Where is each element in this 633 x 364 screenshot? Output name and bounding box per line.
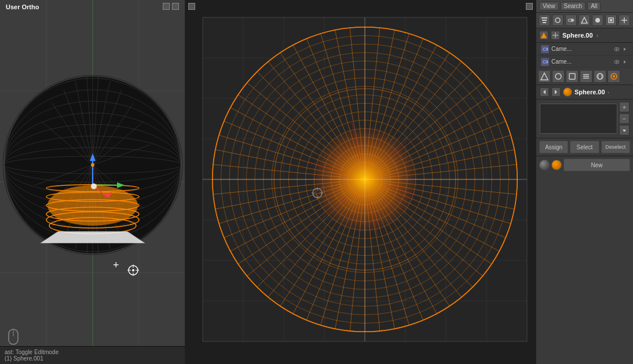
icon-toggle2[interactable] xyxy=(565,14,577,26)
prop-icon-output[interactable] xyxy=(566,70,579,83)
uv-editor[interactable] xyxy=(185,0,536,364)
mat-add-btn[interactable]: + xyxy=(619,102,630,112)
svg-line-18 xyxy=(75,81,110,249)
svg-point-12 xyxy=(4,113,181,217)
svg-point-6 xyxy=(3,75,182,255)
sphere-info: (1) Sphere.001 xyxy=(5,355,180,362)
icon-filter[interactable] xyxy=(539,14,550,26)
prop-icon-view-layer[interactable] xyxy=(580,70,592,83)
icon-toggle4[interactable] xyxy=(592,14,603,26)
prop-icon-material[interactable] xyxy=(608,70,620,83)
select-button[interactable]: Select xyxy=(570,141,599,153)
viewport-label: User Ortho xyxy=(6,3,39,10)
mat-down-btn[interactable] xyxy=(619,125,630,135)
deselect-button[interactable]: Deselect xyxy=(601,141,630,153)
right-icon-toolbar xyxy=(536,13,633,28)
eye-icon-2[interactable] xyxy=(613,58,620,65)
uv-corner-tl[interactable] xyxy=(188,3,195,10)
material-slot-area: + − xyxy=(536,100,633,138)
all-button[interactable]: All xyxy=(587,2,601,10)
svg-rect-59 xyxy=(542,20,547,21)
svg-line-40 xyxy=(93,185,107,197)
svg-rect-58 xyxy=(541,17,547,19)
svg-point-46 xyxy=(132,269,134,271)
icon-toggle3[interactable] xyxy=(579,14,590,26)
status-bar: ast: Toggle Editmode (1) Sphere.001 xyxy=(0,346,185,364)
svg-point-61 xyxy=(555,18,560,23)
outliner-label: Came... xyxy=(551,46,611,52)
new-material-button[interactable]: New xyxy=(564,159,630,171)
arrow-icon-2[interactable] xyxy=(621,58,628,65)
camera-icon-2 xyxy=(541,58,549,66)
outliner-label-2: Came... xyxy=(551,58,611,65)
svg-point-76 xyxy=(616,48,618,50)
left-viewport[interactable]: User Ortho + ast: Toggle Editmode (1) Sp… xyxy=(0,0,185,364)
svg-point-13 xyxy=(4,101,181,229)
svg-line-25 xyxy=(64,90,122,240)
svg-point-10 xyxy=(4,136,181,194)
svg-point-9 xyxy=(4,148,181,182)
svg-point-29 xyxy=(46,200,139,211)
svg-line-26 xyxy=(52,103,133,227)
assign-select-row: Assign Select Deselect xyxy=(536,138,633,156)
svg-marker-70 xyxy=(541,32,547,38)
new-material-row: New xyxy=(536,156,633,174)
svg-marker-64 xyxy=(581,17,587,23)
svg-point-81 xyxy=(616,61,618,62)
svg-line-20 xyxy=(52,103,133,227)
arrow-icon[interactable] xyxy=(621,46,628,53)
mat-next[interactable] xyxy=(551,87,561,97)
material-slot-row: + − xyxy=(540,102,630,135)
svg-marker-93 xyxy=(543,90,546,94)
prop-icon-world[interactable] xyxy=(594,70,606,83)
uv-crosshair xyxy=(312,187,323,200)
svg-point-92 xyxy=(613,75,615,78)
eye-icon[interactable] xyxy=(613,46,620,53)
svg-marker-39 xyxy=(117,182,125,188)
right-panel: View Search All xyxy=(536,0,633,364)
view-button[interactable]: View xyxy=(539,2,559,10)
row-icons-2 xyxy=(613,58,628,65)
mat-ball xyxy=(563,87,572,97)
assign-button[interactable]: Assign xyxy=(539,141,568,153)
svg-line-24 xyxy=(75,81,110,249)
row-icons xyxy=(613,46,628,53)
outliner-row[interactable]: Came... xyxy=(536,56,633,68)
mat-prev[interactable] xyxy=(540,87,549,97)
search-button[interactable]: Search xyxy=(561,2,586,10)
sphere-dot-indicator: · xyxy=(608,87,610,97)
svg-marker-95 xyxy=(623,130,626,132)
toggle-editmode-label: ast: Toggle Editmode xyxy=(5,349,180,355)
prop-icon-scene[interactable] xyxy=(538,70,551,83)
svg-line-19 xyxy=(64,90,122,240)
scene-arrow: › xyxy=(597,32,599,39)
material-slot-list[interactable] xyxy=(540,104,617,134)
svg-point-84 xyxy=(555,73,561,79)
svg-point-31 xyxy=(46,185,139,192)
icon-toggle1[interactable] xyxy=(552,14,564,26)
svg-marker-41 xyxy=(104,192,112,198)
outliner-row[interactable]: Came... xyxy=(536,43,633,56)
viewport-corner-tr2[interactable] xyxy=(163,3,170,10)
material-slot-controls: + − xyxy=(619,102,630,135)
svg-point-43 xyxy=(91,183,97,189)
svg-marker-37 xyxy=(90,153,96,161)
svg-marker-82 xyxy=(624,60,626,64)
svg-line-23 xyxy=(87,77,98,253)
svg-point-65 xyxy=(595,18,600,23)
svg-point-63 xyxy=(571,19,573,21)
svg-point-42 xyxy=(91,163,94,167)
prop-icon-render[interactable] xyxy=(552,70,565,83)
viewport-corner-tr[interactable] xyxy=(172,3,179,10)
svg-marker-78 xyxy=(543,61,547,63)
svg-point-34 xyxy=(47,185,138,226)
uv-corner-tr[interactable] xyxy=(526,3,533,10)
icon-toggle5[interactable] xyxy=(605,14,617,26)
icon-toggle6[interactable] xyxy=(619,14,630,26)
svg-line-22 xyxy=(35,145,151,185)
mat-remove-btn[interactable]: − xyxy=(619,113,630,124)
mouse-icon xyxy=(7,328,20,347)
svg-line-17 xyxy=(87,77,98,253)
sphere-label: Sphere.00 xyxy=(575,89,605,95)
svg-rect-60 xyxy=(543,22,546,23)
